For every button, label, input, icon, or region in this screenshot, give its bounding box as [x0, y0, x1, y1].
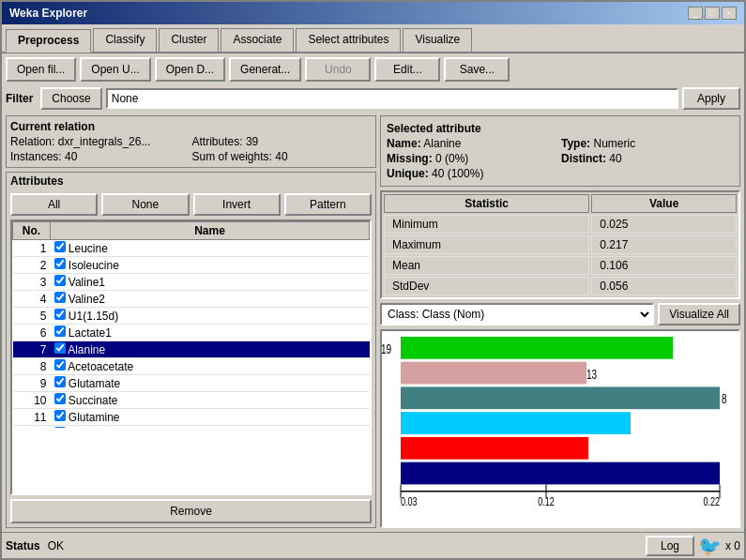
relation-label: Relation: dxr_integrals_26... [10, 135, 190, 148]
table-row[interactable]: 10 Succinate [13, 392, 370, 409]
row-no: 5 [13, 308, 51, 325]
remove-button[interactable]: Remove [10, 499, 372, 523]
table-row[interactable]: 9 Glutamate [13, 375, 370, 392]
table-row[interactable]: 6 Lactate1 [13, 325, 370, 341]
open-url-button[interactable]: Open U... [80, 57, 150, 82]
x-label-max: 0.22 [704, 494, 720, 507]
tab-visualize[interactable]: Visualize [403, 28, 472, 52]
status-ok-label: OK [48, 539, 642, 552]
tab-select-attributes[interactable]: Select attributes [296, 28, 401, 52]
bar-label-2: 13 [586, 367, 597, 382]
visualize-all-button[interactable]: Visualize All [658, 303, 740, 325]
statistics-table: Statistic Value Minimum 0.025 Maximum 0.… [380, 190, 740, 299]
tab-associate[interactable]: Associate [221, 28, 294, 52]
attributes-label: Attributes: 39 [192, 135, 373, 148]
table-row[interactable]: 3 Valine1 [13, 274, 370, 291]
bar-3 [401, 386, 720, 409]
none-button[interactable]: None [101, 193, 189, 216]
row-name: U1(1.15d) [51, 308, 370, 325]
attr-checkbox[interactable] [54, 376, 66, 387]
title-bar: Weka Explorer _ □ × [2, 2, 744, 24]
stat-row: StdDev 0.056 [384, 277, 737, 295]
table-row[interactable]: 8 Acetoacetate [13, 358, 370, 375]
table-row[interactable]: 5 U1(1.15d) [13, 308, 370, 325]
filter-choose-button[interactable]: Choose [40, 87, 101, 110]
class-select[interactable]: Class: Class (Nom) [380, 303, 654, 325]
filter-apply-button[interactable]: Apply [682, 87, 740, 110]
row-no: 8 [13, 358, 51, 375]
attr-checkbox[interactable] [54, 427, 66, 428]
tab-preprocess[interactable]: Preprocess [6, 29, 91, 53]
row-no: 12 [13, 426, 51, 429]
attr-checkbox[interactable] [54, 359, 66, 371]
tab-bar: Preprocess Classify Cluster Associate Se… [2, 24, 744, 53]
attr-checkbox[interactable] [54, 275, 66, 286]
undo-button[interactable]: Undo [305, 57, 371, 82]
bar-6 [401, 462, 720, 485]
log-button[interactable]: Log [646, 536, 694, 556]
tab-cluster[interactable]: Cluster [159, 28, 219, 52]
close-button[interactable]: × [722, 7, 737, 20]
filter-label: Filter [6, 92, 33, 105]
window-title: Weka Explorer [9, 7, 87, 20]
table-row[interactable]: 2 Isoleucine [13, 257, 370, 274]
attr-checkbox[interactable] [54, 393, 66, 404]
save-button[interactable]: Save... [444, 57, 510, 82]
toolbar: Open fil... Open U... Open D... Generat.… [2, 53, 744, 85]
attr-checkbox[interactable] [54, 241, 66, 252]
bar-4 [401, 412, 631, 434]
instances-label: Instances: 40 [10, 150, 190, 163]
generate-button[interactable]: Generat... [229, 57, 301, 82]
maximize-button[interactable]: □ [705, 7, 720, 20]
left-panel: Current relation Relation: dxr_integrals… [6, 115, 376, 528]
col-no-header: No. [13, 222, 51, 240]
minimize-button[interactable]: _ [688, 7, 703, 20]
table-row[interactable]: 12 Pyroglutamate [13, 426, 370, 429]
attr-checkbox[interactable] [54, 258, 66, 269]
stat-name: StdDev [384, 277, 589, 295]
bar-2 [401, 362, 586, 385]
row-name: Glutamine [51, 409, 370, 426]
table-row[interactable]: 4 Valine2 [13, 291, 370, 308]
filter-row: Filter Choose None Apply [2, 85, 744, 112]
pattern-button[interactable]: Pattern [284, 193, 372, 216]
status-title-label: Status [6, 539, 40, 552]
val-col-header: Value [591, 194, 737, 213]
col-name-header: Name [51, 222, 370, 240]
stat-row: Maximum 0.217 [384, 235, 737, 254]
stat-name: Minimum [384, 215, 589, 234]
chart-svg: 19 13 8 0.03 0.12 0.22 [382, 331, 738, 526]
attr-checkbox[interactable] [54, 309, 66, 320]
attr-type-field: Type: Numeric [561, 137, 734, 150]
all-button[interactable]: All [10, 193, 98, 216]
table-row[interactable]: 7 Alanine [13, 341, 370, 358]
open-db-button[interactable]: Open D... [155, 57, 225, 82]
attr-checkbox[interactable] [54, 342, 66, 354]
edit-button[interactable]: Edit... [374, 57, 440, 82]
attr-checkbox[interactable] [54, 292, 66, 303]
attributes-table: No. Name 1 Leucine 2 Isoleucine 3 [12, 221, 370, 428]
row-name: Glutamate [51, 375, 370, 392]
selected-attribute-panel: Selected attribute Name: Alanine Type: N… [380, 115, 740, 187]
row-no: 3 [13, 274, 51, 291]
x0-label: x 0 [725, 539, 740, 552]
bar-label-3: 8 [722, 391, 727, 406]
attr-checkbox[interactable] [54, 325, 66, 337]
attr-missing-field: Missing: 0 (0%) [387, 152, 559, 165]
table-row[interactable]: 1 Leucine [13, 240, 370, 257]
stat-name: Maximum [384, 235, 589, 254]
attributes-scroll[interactable]: No. Name 1 Leucine 2 Isoleucine 3 [12, 221, 370, 428]
stat-value: 0.106 [591, 256, 737, 275]
invert-button[interactable]: Invert [193, 193, 281, 216]
row-no: 2 [13, 257, 51, 274]
stat-col-header: Statistic [384, 194, 589, 213]
row-name: Lactate1 [51, 325, 370, 341]
tab-classify[interactable]: Classify [93, 28, 157, 52]
attr-checkbox[interactable] [54, 410, 66, 421]
attr-name-field: Name: Alanine [387, 137, 559, 150]
current-relation-title: Current relation [10, 120, 372, 133]
chart-area: 19 13 8 0.03 0.12 0.22 [380, 329, 740, 528]
table-row[interactable]: 11 Glutamine [13, 409, 370, 426]
open-file-button[interactable]: Open fil... [6, 57, 76, 82]
main-content: Current relation Relation: dxr_integrals… [2, 112, 744, 532]
